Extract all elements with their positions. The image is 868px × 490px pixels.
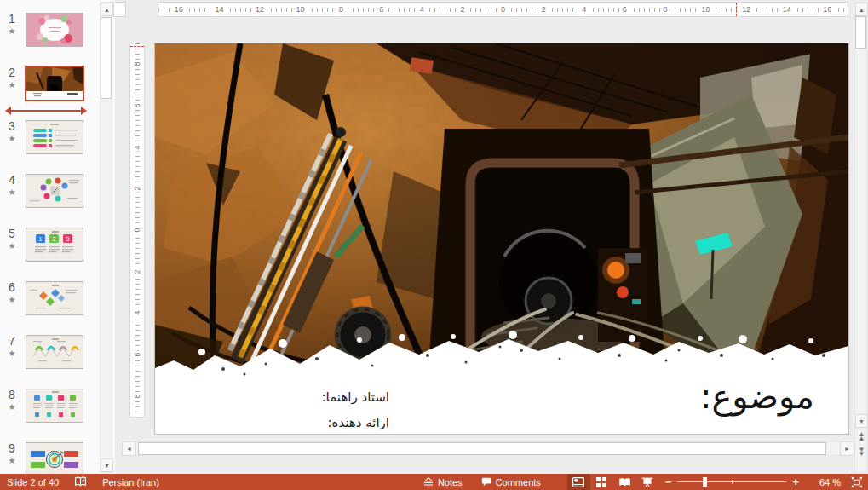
vertical-scrollbar[interactable]: ▲ ▼ ▲▲ ▼▼: [854, 2, 867, 473]
slide-9-thumbnail[interactable]: [26, 442, 83, 475]
slide-sorter-view-button[interactable]: [590, 474, 613, 490]
slide-canvas: موضوع: استاد راهنما: ارائه دهنده:: [154, 43, 849, 435]
floral-slide-graphic: [26, 14, 83, 46]
slide-5-thumbnail[interactable]: 1 2 3: [26, 228, 83, 262]
status-bar: Slide 2 of 40 Persian (Iran) Notes: [0, 474, 868, 490]
horizontal-ruler: 1614121086420246810121416: [158, 2, 848, 17]
animation-star-icon: ★: [9, 133, 16, 144]
slide-number: 4: [9, 174, 15, 187]
vertical-ruler: 864202468: [129, 43, 145, 418]
slide-thumbnail-list: 1 ★ 2 ★: [0, 0, 99, 475]
fit-slide-to-window-button[interactable]: [846, 474, 868, 490]
mine-slide-graphic: [26, 67, 83, 100]
animation-star-icon: ★: [9, 455, 16, 466]
zoom-slider-midpoint: [732, 480, 733, 484]
slide-number: 5: [9, 228, 15, 240]
slide-number: 7: [9, 335, 15, 348]
scroll-up-button[interactable]: ▲: [855, 3, 868, 16]
view-shortcuts: [567, 474, 659, 490]
slide-number: 3: [9, 120, 15, 133]
normal-view-icon: [572, 477, 584, 487]
grid-slide-graphic: [26, 389, 83, 422]
slide-4-thumbnail[interactable]: [26, 174, 83, 208]
zoom-slider-track[interactable]: [677, 481, 786, 482]
svg-text:3: 3: [66, 236, 70, 242]
slide-7-thumbnail[interactable]: [26, 335, 83, 369]
slide-show-button[interactable]: [636, 474, 659, 490]
slide-2-thumbnail[interactable]: [25, 66, 84, 101]
diamonds-slide-graphic: [26, 282, 83, 314]
scroll-down-button[interactable]: ▼: [855, 414, 868, 428]
zoom-slider[interactable]: [677, 474, 786, 490]
slide-thumbnail-item-2[interactable]: 2 ★: [2, 66, 99, 101]
animation-star-icon: ★: [9, 240, 16, 251]
zoom-out-button[interactable]: −: [659, 474, 678, 490]
previous-slide-button[interactable]: ▲▲: [855, 429, 868, 443]
slide-show-icon: [641, 477, 653, 487]
slide-8-thumbnail[interactable]: [26, 389, 83, 423]
slide-3-thumbnail[interactable]: [26, 120, 83, 154]
slide-insertion-indicator: [7, 110, 85, 112]
slide-6-thumbnail[interactable]: [26, 281, 83, 315]
scroll-right-button[interactable]: ►: [840, 441, 854, 456]
language-indicator[interactable]: Persian (Iran): [102, 474, 159, 490]
slide-thumbnail-item-5[interactable]: 5 ★ 1 2 3: [2, 228, 99, 262]
normal-view-button[interactable]: [567, 474, 590, 490]
slide-title-textbox[interactable]: موضوع:: [700, 374, 814, 418]
powerpoint-window: 1 ★ 2 ★: [0, 0, 868, 490]
notes-icon: [423, 477, 434, 487]
horizontal-scrollbar-thumb[interactable]: [138, 442, 826, 455]
ruler-drag-guide-vertical: [130, 46, 144, 47]
slide-thumbnail-item-1[interactable]: 1 ★: [2, 13, 99, 47]
animation-star-icon: ★: [9, 79, 16, 90]
animation-star-icon: ★: [9, 294, 16, 305]
zoom-percentage[interactable]: 64 %: [805, 477, 846, 487]
cycle-slide-graphic: [26, 175, 83, 207]
vertical-scrollbar-thumb[interactable]: [855, 16, 866, 49]
thumbnail-scroll-up-button[interactable]: ▲: [101, 3, 113, 16]
supervisor-label: استاد راهنما:: [322, 384, 389, 410]
animation-star-icon: ★: [9, 187, 16, 198]
slide-number: 8: [9, 389, 15, 401]
slide-thumbnail-item-3[interactable]: 3 ★: [2, 120, 99, 154]
presenter-label: ارائه دهنده:: [322, 410, 389, 435]
animation-star-icon: ★: [9, 348, 16, 359]
mine-tunnel-photo[interactable]: [155, 43, 848, 381]
slide-thumbnail-item-7[interactable]: 7 ★: [2, 335, 99, 369]
scroll-left-button[interactable]: ◄: [122, 441, 136, 456]
horizontal-ruler-ticks: 1614121086420246810121416: [158, 3, 848, 16]
thumbnail-scrollbar[interactable]: ▲ ▼: [100, 2, 112, 473]
horizontal-scrollbar[interactable]: ◄ ►: [122, 441, 854, 456]
reading-view-icon: [618, 477, 631, 487]
animation-star-icon: ★: [9, 401, 16, 412]
horizontal-scroll-track[interactable]: [136, 441, 840, 456]
reading-view-button[interactable]: [613, 474, 636, 490]
proofing-icon[interactable]: [74, 474, 87, 490]
slide-thumbnail-item-9[interactable]: 9 ★: [2, 442, 99, 475]
slide-credits-textbox[interactable]: استاد راهنما: ارائه دهنده:: [322, 384, 389, 435]
zigzag-slide-graphic: [26, 336, 83, 368]
next-slide-button[interactable]: ▼▼: [855, 445, 868, 458]
slide-sorter-icon: [596, 477, 606, 487]
slide-1-thumbnail[interactable]: [26, 13, 83, 47]
svg-text:1: 1: [39, 236, 43, 242]
target-slide-graphic: [26, 443, 83, 475]
thumbnail-scrollbar-thumb[interactable]: [101, 17, 112, 99]
comments-button[interactable]: Comments: [472, 474, 550, 490]
bars-slide-graphic: [26, 121, 83, 153]
slide-thumbnail-item-6[interactable]: 6 ★: [2, 281, 99, 315]
notes-button[interactable]: Notes: [414, 474, 472, 490]
slide-number: 9: [9, 442, 15, 455]
slide-indicator[interactable]: Slide 2 of 40: [7, 474, 59, 490]
zoom-slider-thumb[interactable]: [703, 477, 707, 487]
fit-to-window-icon: [851, 476, 863, 488]
comments-icon: [481, 477, 491, 487]
slide-thumbnail-item-4[interactable]: 4 ★: [2, 174, 99, 208]
vertical-ruler-ticks: 864202468: [130, 43, 144, 417]
thumbnail-scroll-down-button[interactable]: ▼: [101, 458, 113, 472]
animation-star-icon: ★: [9, 26, 16, 37]
zoom-in-button[interactable]: +: [786, 474, 805, 490]
slide-number: 1: [9, 13, 15, 26]
slide-thumbnail-item-8[interactable]: 8 ★: [2, 389, 99, 423]
slide-thumbnail-panel: 1 ★ 2 ★: [0, 0, 115, 475]
